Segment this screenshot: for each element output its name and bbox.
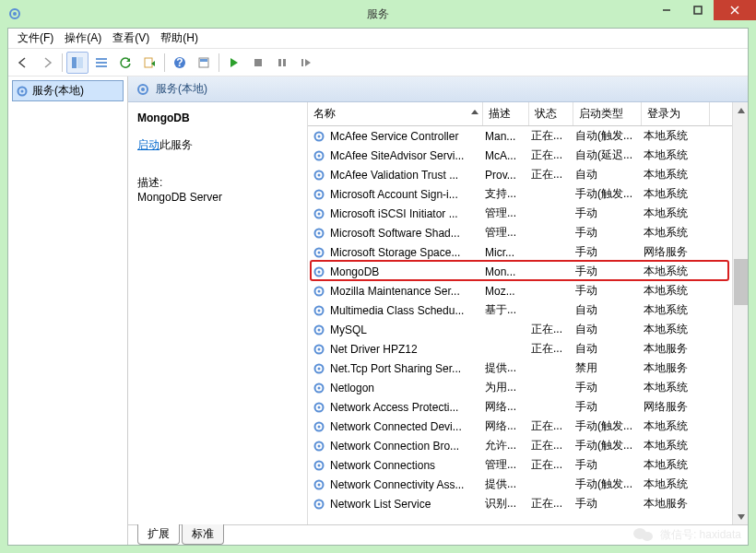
nav-back-button[interactable] [12, 52, 34, 74]
service-row[interactable]: Net Driver HPZ12正在...自动本地服务 [308, 339, 748, 359]
cell-desc: 基于... [485, 302, 531, 318]
nav-forward-button[interactable] [36, 52, 58, 74]
service-row[interactable]: Network Connection Bro...允许...正在...手动(触发… [308, 436, 748, 455]
svg-point-27 [318, 154, 321, 157]
cell-type: 自动 [575, 302, 644, 318]
service-icon [312, 477, 326, 492]
tree-root-services[interactable]: 服务(本地) [12, 80, 124, 101]
scroll-down-icon[interactable] [733, 509, 748, 524]
menu-view[interactable]: 查看(V) [109, 29, 153, 48]
cell-type: 自动(延迟... [575, 147, 644, 163]
cell-name: Mozilla Maintenance Ser... [330, 285, 485, 298]
col-type[interactable]: 启动类型 [573, 102, 642, 125]
service-list: 名称 描述 状态 启动类型 登录为 McAfee Service Control… [308, 102, 748, 524]
service-row[interactable]: Microsoft Account Sign-i...支持...手动(触发...… [308, 184, 748, 204]
service-row[interactable]: Network Connected Devi...网络...正在...手动(触发… [308, 417, 748, 436]
service-row[interactable]: McAfee Service ControllerMan...正在...自动(触… [308, 126, 748, 146]
close-button[interactable] [714, 0, 756, 20]
service-row[interactable]: Microsoft iSCSI Initiator ...管理...手动本地系统 [308, 204, 748, 223]
service-row[interactable]: Multimedia Class Schedu...基于...自动本地系统 [308, 300, 748, 320]
help-button[interactable]: ? [169, 52, 191, 74]
svg-rect-19 [301, 59, 303, 66]
start-service-button[interactable] [223, 52, 245, 74]
scroll-up-icon[interactable] [733, 102, 748, 118]
cell-type: 手动 [575, 283, 644, 299]
tab-standard[interactable]: 标准 [182, 524, 224, 545]
watermark: 微信号: haxidata [632, 525, 741, 544]
cell-desc: 允许... [485, 438, 531, 453]
cell-desc: 支持... [485, 186, 531, 202]
cell-type: 禁用 [575, 360, 644, 376]
desc-label: 描述: [137, 175, 301, 191]
svg-rect-8 [96, 58, 107, 60]
cell-desc: Prov... [485, 169, 531, 182]
service-row[interactable]: Network List Service识别...正在...手动本地服务 [308, 494, 748, 513]
cell-logon: 本地系统 [644, 380, 712, 395]
service-row[interactable]: Mozilla Maintenance Ser...Moz...手动本地系统 [308, 281, 748, 300]
svg-point-61 [318, 483, 321, 486]
svg-rect-11 [145, 58, 152, 67]
service-row[interactable]: MySQL正在...自动本地系统 [308, 320, 748, 339]
svg-rect-17 [278, 59, 281, 66]
cell-name: Network Connections [330, 459, 485, 472]
cell-name: McAfee SiteAdvisor Servi... [330, 149, 485, 162]
col-desc[interactable]: 描述 [483, 102, 529, 125]
col-status[interactable]: 状态 [529, 102, 573, 125]
vertical-scrollbar[interactable] [732, 102, 748, 524]
start-service-link[interactable]: 启动 [137, 138, 159, 151]
export-button[interactable] [138, 52, 160, 74]
service-icon [312, 497, 326, 512]
main-pane: 服务(本地) MongoDB 启动此服务 描述: MongoDB Server … [128, 76, 748, 545]
menu-action[interactable]: 操作(A) [61, 29, 105, 48]
menu-file[interactable]: 文件(F) [14, 29, 57, 48]
cell-logon: 本地系统 [644, 322, 712, 337]
cell-logon: 本地系统 [644, 302, 712, 318]
maximize-button[interactable] [682, 0, 714, 20]
col-logon[interactable]: 登录为 [642, 102, 710, 125]
main-heading: 服务(本地) [128, 76, 748, 102]
view-detail-button[interactable] [66, 52, 89, 74]
cell-type: 手动 [575, 225, 644, 241]
restart-service-button[interactable] [295, 52, 317, 74]
service-row[interactable]: Net.Tcp Port Sharing Ser...提供...禁用本地服务 [308, 359, 748, 378]
cell-name: Microsoft Storage Space... [330, 246, 485, 259]
cell-type: 手动 [575, 457, 644, 473]
service-row[interactable]: Network Access Protecti...网络...手动网络服务 [308, 397, 748, 417]
service-row[interactable]: Microsoft Storage Space...Micr...手动网络服务 [308, 242, 748, 262]
service-row[interactable]: Microsoft Software Shad...管理...手动本地系统 [308, 223, 748, 242]
minimize-button[interactable] [651, 0, 682, 20]
properties-button[interactable] [193, 52, 215, 74]
service-row[interactable]: Netlogon为用...手动本地系统 [308, 378, 748, 397]
scroll-thumb[interactable] [734, 259, 748, 305]
service-row[interactable]: McAfee Validation Trust ...Prov...正在...自… [308, 165, 748, 184]
refresh-button[interactable] [114, 52, 136, 74]
cell-logon: 本地系统 [644, 418, 712, 434]
tab-extended[interactable]: 扩展 [137, 524, 180, 545]
view-list-button[interactable] [90, 52, 112, 74]
cell-type: 自动 [575, 167, 644, 182]
svg-point-39 [318, 270, 321, 273]
svg-point-33 [318, 212, 321, 215]
service-row[interactable]: McAfee SiteAdvisor Servi...McA...正在...自动… [308, 146, 748, 165]
cell-type: 手动 [575, 496, 644, 512]
service-row[interactable]: Network Connectivity Ass...提供...手动(触发...… [308, 475, 748, 494]
svg-point-43 [318, 309, 321, 312]
col-name[interactable]: 名称 [308, 102, 483, 125]
svg-rect-3 [694, 6, 702, 14]
service-icon [312, 265, 326, 279]
pause-service-button[interactable] [271, 52, 293, 74]
service-row[interactable]: MongoDBMon...手动本地系统 [308, 262, 748, 281]
svg-point-41 [318, 289, 321, 292]
window-title: 服务 [367, 6, 389, 22]
service-row[interactable]: Network Connections管理...正在...手动本地系统 [308, 455, 748, 475]
service-action: 启动此服务 [137, 137, 301, 153]
cell-type: 手动 [575, 244, 644, 260]
toolbar: ? [8, 49, 748, 76]
stop-service-button[interactable] [247, 52, 269, 74]
cell-logon: 本地系统 [644, 225, 712, 241]
svg-text:?: ? [176, 56, 183, 69]
svg-point-37 [318, 251, 321, 253]
menu-help[interactable]: 帮助(H) [157, 29, 202, 48]
cell-type: 手动 [575, 380, 644, 395]
svg-rect-7 [77, 57, 83, 68]
